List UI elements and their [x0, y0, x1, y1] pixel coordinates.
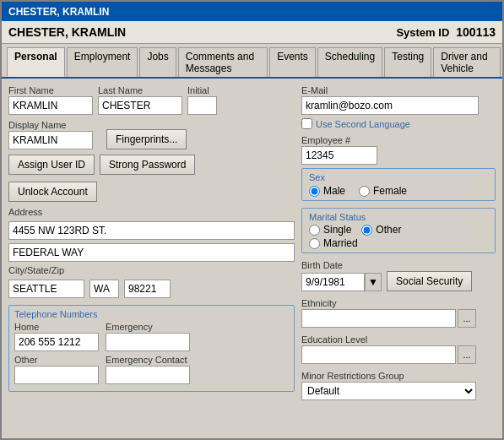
address2-input[interactable] [8, 243, 295, 262]
ethnicity-input[interactable] [301, 309, 456, 328]
education-level-input[interactable] [301, 345, 456, 364]
minor-restrictions-row: Default [301, 382, 496, 400]
minor-restrictions-group: Minor Restrictions Group Default [301, 371, 496, 400]
home-label: Home [14, 322, 99, 332]
content-area: First Name Last Name Initial Display Nam… [2, 79, 502, 440]
tab-testing[interactable]: Testing [384, 47, 431, 77]
email-input[interactable] [301, 96, 479, 115]
marital-other-row: Other [361, 224, 401, 236]
last-name-group: Last Name [98, 85, 182, 115]
zip-input[interactable] [124, 280, 171, 298]
minor-restrictions-select[interactable]: Default [301, 382, 476, 400]
title-text: CHESTER, KRAMLIN [8, 6, 109, 18]
tab-comments-messages[interactable]: Comments and Messages [178, 47, 268, 77]
strong-password-button[interactable]: Strong Password [100, 155, 195, 175]
action-buttons-row: Assign User ID Strong Password [8, 155, 295, 175]
marital-other-radio[interactable] [361, 225, 372, 236]
tab-events[interactable]: Events [269, 47, 316, 77]
unlock-account-button[interactable]: Unlock Account [8, 182, 97, 202]
birth-date-input-group: ▼ [301, 273, 382, 291]
telephone-label: Telephone Numbers [14, 309, 289, 319]
employee-num-label: Employee # [301, 135, 496, 145]
tab-employment[interactable]: Employment [67, 47, 138, 77]
emergency-phone-group: Emergency [106, 322, 190, 351]
sex-female-row: Female [359, 185, 407, 197]
marital-single-row: Single [309, 224, 351, 236]
other-phone-group: Other [14, 355, 99, 384]
right-panel: E-Mail Use Second Language Employee # Se… [301, 85, 496, 440]
home-emergency-row: Home Emergency [14, 322, 289, 351]
initial-group: Initial [187, 85, 217, 115]
display-name-input[interactable] [8, 131, 93, 149]
main-window: CHESTER, KRAMLIN CHESTER, KRAMLIN System… [0, 0, 504, 440]
emergency-contact-input[interactable] [106, 366, 190, 384]
fingerprints-button[interactable]: Fingerprints... [106, 129, 187, 149]
city-state-zip-row [8, 280, 295, 298]
address-section: Address City/State/Zip [8, 207, 295, 298]
display-name-group: Display Name [8, 120, 93, 149]
ethnicity-group: Ethnicity ... [301, 298, 496, 331]
second-language-row: Use Second Language [301, 118, 496, 129]
marital-single-radio[interactable] [309, 225, 320, 236]
sex-female-label: Female [373, 185, 407, 197]
title-bar: CHESTER, KRAMLIN [2, 2, 502, 21]
employee-num-input[interactable] [301, 146, 377, 165]
marital-section: Marital Status Single Other Married [301, 208, 496, 253]
birth-date-label: Birth Date [301, 260, 496, 270]
address1-input[interactable] [8, 221, 295, 240]
name-row: First Name Last Name Initial [8, 85, 295, 115]
birth-date-input[interactable] [301, 273, 365, 291]
system-id-value: 100113 [456, 25, 496, 39]
display-name-label: Display Name [8, 120, 93, 130]
home-phone-input[interactable] [14, 333, 99, 351]
last-name-input[interactable] [98, 96, 182, 115]
first-name-input[interactable] [8, 96, 93, 115]
tab-driver-vehicle[interactable]: Driver and Vehicle [433, 47, 501, 77]
marital-row1: Single Other [309, 224, 488, 236]
use-second-language-checkbox[interactable] [301, 118, 312, 129]
system-id-label: System ID [396, 26, 449, 39]
emergency-contact-group: Emergency Contact [106, 355, 190, 384]
sex-male-label: Male [323, 185, 345, 197]
initial-input[interactable] [187, 96, 217, 115]
marital-married-radio[interactable] [309, 238, 320, 249]
tab-jobs[interactable]: Jobs [139, 47, 176, 77]
sex-radio-row: Male Female [309, 185, 488, 197]
education-level-group: Education Level ... [301, 334, 496, 367]
marital-married-row: Married [309, 237, 488, 249]
ethnicity-row: ... [301, 309, 496, 328]
emergency-label: Emergency [106, 322, 190, 332]
city-state-zip-label: City/State/Zip [8, 265, 295, 275]
tab-scheduling[interactable]: Scheduling [317, 47, 382, 77]
first-name-label: First Name [8, 85, 93, 95]
display-name-row: Display Name Fingerprints... [8, 120, 295, 149]
use-second-language-label: Use Second Language [316, 119, 410, 129]
assign-user-id-button[interactable]: Assign User ID [8, 155, 95, 175]
birth-date-section: Birth Date ▼ Social Security [301, 260, 496, 295]
social-security-button[interactable]: Social Security [387, 271, 472, 291]
address-label: Address [8, 207, 295, 217]
header-name: CHESTER, KRAMLIN [8, 25, 396, 39]
tab-personal[interactable]: Personal [7, 47, 65, 77]
education-ellipsis-button[interactable]: ... [458, 345, 476, 364]
emergency-contact-label: Emergency Contact [106, 355, 190, 365]
ethnicity-label: Ethnicity [301, 298, 496, 308]
tab-bar: Personal Employment Jobs Comments and Me… [2, 44, 502, 79]
sex-male-radio[interactable] [309, 186, 320, 197]
city-input[interactable] [8, 280, 84, 298]
other-phone-input[interactable] [14, 366, 99, 384]
left-panel: First Name Last Name Initial Display Nam… [8, 85, 295, 440]
marital-married-label: Married [323, 237, 358, 249]
sex-female-radio[interactable] [359, 186, 370, 197]
marital-other-label: Other [376, 224, 401, 236]
ethnicity-ellipsis-button[interactable]: ... [458, 309, 476, 328]
first-name-group: First Name [8, 85, 93, 115]
birth-date-dropdown[interactable]: ▼ [365, 273, 382, 291]
email-label: E-Mail [301, 85, 496, 95]
header: CHESTER, KRAMLIN System ID 100113 [2, 21, 502, 44]
minor-restrictions-label: Minor Restrictions Group [301, 371, 496, 381]
other-label: Other [14, 355, 99, 365]
emergency-phone-input[interactable] [106, 333, 190, 351]
sex-male-row: Male [309, 185, 345, 197]
state-input[interactable] [89, 280, 119, 298]
